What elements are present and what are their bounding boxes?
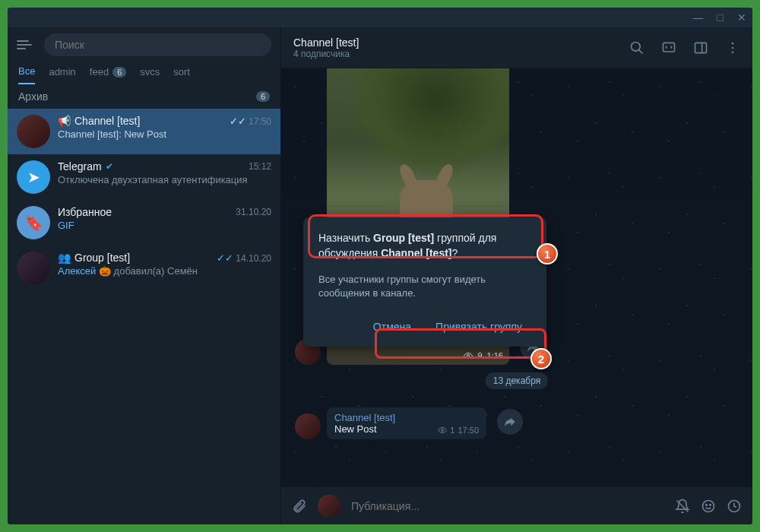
video-meta: 9 1:16: [464, 351, 503, 360]
chat-item-telegram[interactable]: ➤ Telegram ✔ 15:12 Отключена двухэтапная…: [8, 154, 280, 200]
svg-point-8: [732, 46, 734, 49]
discussion-icon[interactable]: [661, 40, 676, 55]
chat-header[interactable]: Channel [test] 4 подписчика: [281, 27, 752, 68]
archive-label: Архив: [18, 90, 48, 103]
tab-feed[interactable]: feed6: [90, 65, 126, 84]
svg-point-7: [732, 42, 734, 44]
chat-list: 📢 Channel [test] ✓✓ 17:50 Channel [test]…: [8, 109, 280, 524]
views-icon: [464, 351, 473, 360]
share-button[interactable]: [497, 409, 523, 435]
annotation-number-1: 1: [537, 243, 558, 264]
hamburger-menu-icon[interactable]: [17, 40, 36, 49]
svg-point-15: [703, 500, 714, 511]
message-text: New Post: [334, 423, 377, 435]
folder-tabs: Все admin feed6 svcs sort: [8, 62, 280, 84]
avatar: [17, 252, 50, 285]
chat-item-group-test[interactable]: 👥 Group [test] ✓✓ 14.10.20 Алексей 🎃 доб…: [8, 245, 280, 291]
svg-point-12: [467, 355, 470, 357]
avatar: [17, 115, 50, 148]
cancel-button[interactable]: Отмена: [364, 315, 420, 339]
minimize-button[interactable]: —: [693, 12, 704, 23]
chat-name: Telegram: [58, 160, 102, 173]
chat-name: Channel [test]: [74, 115, 140, 127]
link-group-button[interactable]: Привязать группу: [426, 315, 531, 339]
svg-point-17: [710, 504, 711, 505]
chat-item-channel-test[interactable]: 📢 Channel [test] ✓✓ 17:50 Channel [test]…: [8, 109, 280, 154]
svg-point-16: [706, 504, 708, 505]
svg-rect-5: [695, 43, 707, 52]
archive-badge: 6: [256, 91, 270, 102]
avatar: ➤: [17, 160, 50, 194]
tab-sort[interactable]: sort: [173, 65, 190, 84]
sidebar: Все admin feed6 svcs sort Архив 6 📢 Chan…: [8, 27, 281, 524]
window-titlebar: — □ ✕: [8, 8, 752, 27]
channel-icon: 📢: [58, 115, 71, 127]
svg-point-9: [732, 51, 734, 53]
read-checks-icon: ✓✓: [230, 116, 246, 127]
chat-name: Group [test]: [74, 252, 130, 264]
schedule-icon[interactable]: [727, 499, 742, 514]
dialog-info: Все участники группы смогут видеть сообщ…: [318, 273, 531, 300]
composer-input[interactable]: [351, 500, 664, 512]
message-sender: Channel [test]: [334, 412, 479, 423]
chat-preview: Channel [test]: New Post: [58, 128, 271, 140]
silent-icon[interactable]: [675, 499, 690, 514]
chat-item-saved[interactable]: 🔖 Избранное 31.10.20 GIF: [8, 200, 280, 245]
chat-preview: Отключена двухэтапная аутентификация: [58, 174, 271, 185]
read-checks-icon: ✓✓: [217, 252, 233, 264]
message-meta: 1 17:50: [438, 426, 479, 435]
attach-icon[interactable]: [292, 499, 307, 514]
views-icon: [438, 426, 447, 435]
tab-all[interactable]: Все: [18, 65, 35, 84]
svg-line-1: [639, 49, 643, 53]
link-group-dialog: Назначить Group [test] группой для обсуж…: [303, 217, 546, 347]
svg-point-0: [632, 42, 641, 51]
share-arrow-icon: [504, 416, 516, 428]
sidebar-toggle-icon[interactable]: [693, 40, 708, 55]
composer-avatar[interactable]: [318, 495, 340, 518]
chat-title: Channel [test]: [293, 36, 359, 49]
tab-admin[interactable]: admin: [49, 65, 75, 84]
chat-name: Избранное: [58, 206, 112, 218]
tab-svcs[interactable]: svcs: [140, 65, 160, 84]
dialog-question: Назначить Group [test] группой для обсуж…: [318, 231, 531, 261]
verified-badge-icon: ✔: [106, 161, 113, 172]
search-input[interactable]: [44, 33, 271, 56]
annotation-number-2: 2: [530, 348, 552, 369]
pumpkin-icon: 🎃: [99, 265, 111, 277]
emoji-icon[interactable]: [701, 499, 716, 514]
message-composer: [281, 486, 752, 524]
svg-rect-2: [663, 43, 675, 52]
svg-point-13: [442, 429, 444, 432]
chat-preview: GIF: [58, 220, 271, 231]
avatar: 🔖: [17, 206, 50, 239]
text-message[interactable]: Channel [test] New Post 1 17:50: [327, 407, 486, 439]
search-icon[interactable]: [629, 40, 644, 55]
archive-row[interactable]: Архив 6: [8, 84, 280, 109]
date-separator: 13 декабря: [486, 372, 548, 389]
chat-subtitle: 4 подписчика: [293, 49, 359, 59]
group-icon: 👥: [58, 252, 71, 264]
chat-preview: Алексей 🎃 добавил(а) Семён: [58, 265, 271, 277]
message-avatar[interactable]: [295, 413, 321, 439]
close-window-button[interactable]: ✕: [737, 12, 746, 23]
maximize-button[interactable]: □: [717, 12, 724, 23]
more-icon[interactable]: [725, 40, 740, 55]
